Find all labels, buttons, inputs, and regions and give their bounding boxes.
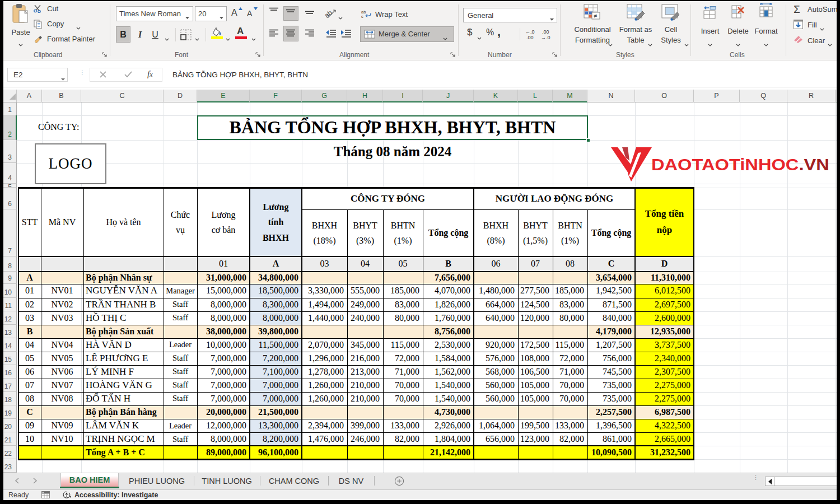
svg-text:≠: ≠ (594, 12, 597, 19)
svg-text:ab: ab (325, 8, 334, 19)
svg-text:→.0: →.0 (541, 35, 550, 40)
svg-text:.00: .00 (526, 35, 534, 40)
svg-text:c: c (361, 14, 363, 18)
svg-text:←.0: ←.0 (525, 29, 535, 35)
svg-text:.00: .00 (542, 29, 549, 35)
